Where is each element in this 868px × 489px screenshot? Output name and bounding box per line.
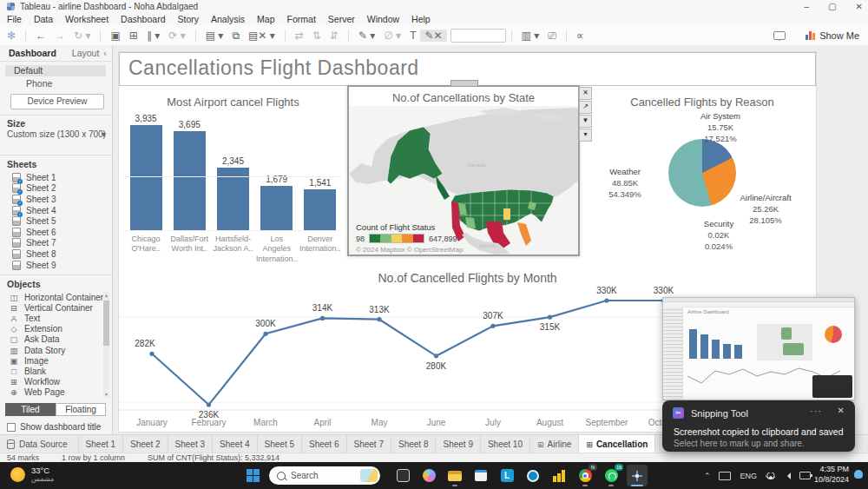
notification-close-icon[interactable]: ✕ bbox=[838, 406, 845, 415]
sheet-tab-sheet-5[interactable]: Sheet 5 bbox=[258, 435, 302, 453]
line-point-july[interactable] bbox=[490, 324, 495, 328]
clear-sheet-icon[interactable]: ▤✕ ▾ bbox=[244, 30, 279, 42]
notification-line2[interactable]: Select here to mark up and share. bbox=[674, 439, 805, 448]
minimize-button[interactable]: – bbox=[805, 0, 810, 13]
object-item-text[interactable]: AText bbox=[0, 313, 104, 323]
tableau-toolbar-logo-icon[interactable]: ✻ bbox=[0, 30, 20, 42]
sheet-tab-airline[interactable]: ⊞Airline bbox=[530, 435, 579, 453]
sheet-tab-sheet-8[interactable]: Sheet 8 bbox=[391, 435, 436, 453]
weather-widget[interactable]: 33°C مشمس bbox=[10, 466, 54, 483]
tab-dashboard[interactable]: Dashboard bbox=[9, 48, 56, 58]
collapse-pane-icon[interactable]: ‹ bbox=[103, 48, 107, 58]
drag-grip-handle[interactable] bbox=[450, 80, 478, 87]
sheet-item-sheet-7[interactable]: Sheet 7 bbox=[0, 238, 113, 249]
line-point-june[interactable] bbox=[434, 354, 438, 358]
notification-menu-icon[interactable]: ··· bbox=[810, 406, 822, 416]
start-button[interactable] bbox=[247, 469, 260, 482]
snipping-tool-notification[interactable]: ✂ Snipping Tool ··· ✕ Screenshot copied … bbox=[662, 400, 855, 452]
sheet-tab-sheet-4[interactable]: Sheet 4 bbox=[213, 435, 257, 453]
go-to-sheet-icon[interactable]: ↗ bbox=[579, 101, 592, 114]
object-item-workflow[interactable]: ⊞Workflow bbox=[0, 377, 104, 387]
microsoft-store-icon[interactable] bbox=[470, 465, 491, 486]
presentation-mode-icon[interactable]: ⎚ bbox=[543, 30, 561, 42]
touch-keyboard-icon[interactable] bbox=[719, 472, 731, 480]
use-as-filter-icon[interactable]: ▼ bbox=[579, 115, 592, 128]
tableau-taskbar-icon[interactable] bbox=[627, 465, 648, 486]
language-indicator[interactable]: ENG bbox=[740, 472, 757, 480]
copilot-icon[interactable] bbox=[418, 465, 439, 486]
map-panel[interactable]: ✕ ↗ ▼ ▾ No.of Cancellations by State bbox=[347, 85, 580, 256]
volume-icon[interactable] bbox=[784, 472, 791, 479]
bar-rect[interactable] bbox=[304, 189, 336, 231]
sort-descending-icon[interactable]: ⇵ bbox=[326, 30, 343, 42]
sort-ascending-icon[interactable]: ⇅ bbox=[308, 30, 326, 42]
sheet-tab-sheet-10[interactable]: Sheet 10 bbox=[481, 435, 530, 453]
sheet-tab-cancellation[interactable]: ⊞Cancellation bbox=[579, 435, 655, 453]
save-icon[interactable]: ▣ bbox=[106, 30, 124, 42]
bar-chart-panel[interactable]: Most Airport cancel Flights 3,9353,6952,… bbox=[119, 87, 347, 261]
search-box[interactable]: Search bbox=[269, 466, 380, 485]
object-item-ask-data[interactable]: ▢Ask Data bbox=[0, 334, 104, 345]
line-point-february[interactable] bbox=[207, 402, 211, 406]
swap-rows-columns-icon[interactable]: ⇄ bbox=[291, 30, 308, 42]
new-datasource-icon[interactable]: ⊞ bbox=[125, 30, 142, 42]
object-item-extension[interactable]: ◇Extension bbox=[0, 324, 104, 334]
battery-icon[interactable] bbox=[799, 472, 811, 479]
scroll-down-icon[interactable]: ▼ bbox=[103, 392, 109, 397]
menu-item-story[interactable]: Story bbox=[177, 14, 199, 24]
alexa-icon[interactable] bbox=[523, 465, 543, 486]
device-preview-button[interactable]: Device Preview bbox=[10, 94, 104, 109]
object-item-image[interactable]: ▣Image bbox=[0, 355, 104, 366]
line-point-august[interactable] bbox=[548, 315, 552, 320]
objects-scrollbar[interactable]: ▲ ▼ bbox=[103, 292, 109, 398]
sheet-item-sheet-4[interactable]: ✓Sheet 4 bbox=[0, 205, 113, 216]
sheet-tab-sheet-2[interactable]: Sheet 2 bbox=[123, 435, 168, 453]
forward-icon[interactable]: → bbox=[50, 30, 69, 42]
bar-dallas-fort-worth-int[interactable]: 3,695 bbox=[169, 120, 209, 231]
sheet-item-sheet-6[interactable]: Sheet 6 bbox=[0, 227, 113, 238]
sheet-item-sheet-5[interactable]: Sheet 5 bbox=[0, 215, 113, 227]
menu-item-data[interactable]: Data bbox=[34, 14, 53, 24]
line-point-march[interactable] bbox=[263, 332, 267, 336]
bar-rect[interactable] bbox=[130, 125, 162, 231]
refresh-icon[interactable]: ⟳ ▾ bbox=[164, 30, 189, 42]
line-point-april[interactable] bbox=[320, 316, 325, 320]
sheet-item-sheet-8[interactable]: Sheet 8 bbox=[0, 248, 113, 260]
show-me-button[interactable]: Show Me bbox=[819, 30, 859, 41]
duplicate-icon[interactable]: ⧉ bbox=[227, 30, 244, 42]
file-explorer-icon[interactable] bbox=[444, 465, 465, 486]
clear-formatting-icon[interactable]: ✎✕ bbox=[420, 30, 446, 42]
screenshot-preview[interactable]: Airline Dashboard bbox=[662, 297, 855, 400]
share-icon[interactable]: ∝ bbox=[572, 30, 589, 42]
highlight-icon[interactable]: ✎ ▾ bbox=[354, 30, 379, 42]
object-item-horizontal-container[interactable]: ◫Horizontal Container bbox=[0, 292, 104, 302]
bar-los-angeles-internation[interactable]: 1,679 bbox=[257, 175, 297, 231]
sheet-tab-sheet-1[interactable]: Sheet 1 bbox=[79, 435, 123, 453]
bar-rect[interactable] bbox=[260, 186, 293, 231]
object-item-blank[interactable]: □Blank bbox=[0, 366, 104, 376]
back-icon[interactable]: ← bbox=[31, 30, 50, 42]
menu-item-file[interactable]: File bbox=[7, 14, 22, 24]
search-highlight-image[interactable] bbox=[360, 469, 378, 482]
map-color-legend[interactable]: Count of Flight Status 98 647,899 © 2024… bbox=[356, 222, 463, 254]
data-source-tab[interactable]: Data Source bbox=[0, 435, 79, 453]
bar-hartsfield-jackson-a[interactable]: 2,345 bbox=[213, 156, 253, 231]
sheet-item-sheet-3[interactable]: ✓Sheet 3 bbox=[0, 194, 113, 205]
object-item-vertical-container[interactable]: ⊟Vertical Container bbox=[0, 302, 104, 313]
device-phone-item[interactable]: Phone bbox=[26, 78, 52, 89]
whatsapp-icon[interactable]: 16 bbox=[601, 465, 621, 486]
toolbar-dropdown[interactable] bbox=[450, 29, 506, 43]
bar-rect[interactable] bbox=[174, 131, 206, 231]
menu-item-server[interactable]: Server bbox=[328, 14, 355, 24]
scrollbar-thumb[interactable] bbox=[103, 301, 109, 346]
show-mark-labels-icon[interactable]: T bbox=[405, 30, 420, 42]
line-point-september[interactable] bbox=[604, 298, 608, 302]
maximize-button[interactable]: ▢ bbox=[828, 0, 836, 13]
menu-item-format[interactable]: Format bbox=[287, 14, 316, 24]
redo-icon[interactable]: ↻ ▾ bbox=[69, 30, 95, 42]
menu-item-help[interactable]: Help bbox=[411, 14, 431, 24]
size-dropdown[interactable]: Custom size (1300 x 700) ▾ bbox=[7, 129, 106, 139]
sheet-item-sheet-9[interactable]: Sheet 9 bbox=[0, 260, 113, 271]
menu-item-analysis[interactable]: Analysis bbox=[211, 14, 245, 24]
tooltip-icon[interactable] bbox=[773, 31, 786, 40]
